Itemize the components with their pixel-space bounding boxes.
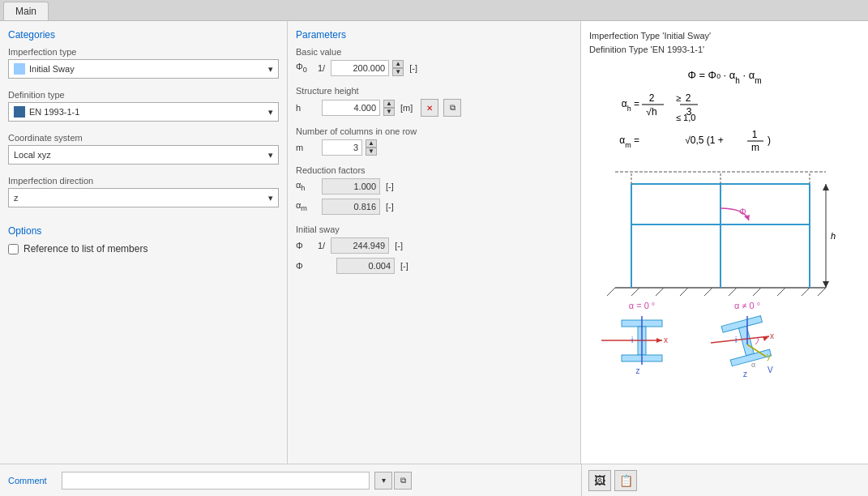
options-section: Options Reference to list of members [8,225,279,254]
imperfection-direction-dropdown[interactable]: z ▾ [8,188,279,207]
basic-value-label: Basic value [296,47,572,57]
basic-value-section: Basic value Φ0 1/ 200.000 ▲ ▼ [-] [296,47,572,76]
structure-height-section: Structure height h 4.000 ▲ ▼ [m] ✕ ⧉ [296,86,572,117]
definition-type-group: Definition type EN 1993-1-1 ▾ [8,90,279,122]
pick-point-btn[interactable]: ✕ [421,99,438,117]
svg-text:z: z [636,366,640,375]
structure-height-label: Structure height [296,86,572,96]
h-row: h 4.000 ▲ ▼ [m] ✕ ⧉ [296,99,572,117]
definition-type-dropdown[interactable]: EN 1993-1-1 ▾ [8,102,279,122]
svg-line-23 [753,288,761,296]
main-layout: Categories Imperfection type Initial Swa… [0,21,868,464]
m-spinners: ▲ ▼ [366,139,377,156]
full-bottom-bar: Comment ▾ ⧉ 🖼 📋 [0,464,868,496]
reference-checkbox-label: Reference to list of members [24,243,148,254]
h-down[interactable]: ▼ [383,108,395,116]
clipboard-btn[interactable]: 📋 [614,470,637,491]
svg-line-24 [777,288,785,296]
definition-type-label: Definition type [8,90,279,100]
svg-text:i: i [631,336,633,344]
beam-diagrams: α = 0 ° x i z [589,301,860,383]
beam-left: α = 0 ° x i z [597,301,686,383]
comment-label: Comment [8,476,57,485]
h-symbol: h [296,103,319,113]
phi0-unit: [-] [409,63,417,73]
svg-line-20 [680,288,688,296]
svg-text:y: y [767,352,771,361]
m-up[interactable]: ▲ [366,139,377,148]
coordinate-system-dropdown[interactable]: Local xyz ▾ [8,145,279,165]
imperfection-type-dropdown[interactable]: Initial Sway ▾ [8,59,279,79]
phi0-up[interactable]: ▲ [392,60,404,68]
reference-checkbox[interactable] [8,244,19,254]
alpha-h-unit: [-] [386,182,394,191]
phi2-symbol: Φ [296,261,312,271]
comment-dropdown-btn[interactable]: ▾ [374,472,392,490]
definition-type-value: EN 1993-1-1 [29,107,268,117]
svg-text:√h: √h [646,106,656,118]
imperfection-direction-label: Imperfection direction [8,176,279,186]
right-panel: Imperfection Type 'Initial Sway' Definit… [581,21,868,464]
initial-sway-label: Initial sway [296,224,572,234]
tab-main[interactable]: Main [3,2,49,20]
svg-text:2: 2 [649,92,655,104]
svg-text:≤ 1,0: ≤ 1,0 [676,113,695,122]
mid-panel: Parameters Basic value Φ0 1/ 200.000 ▲ ▼… [288,21,581,464]
left-panel: Categories Imperfection type Initial Swa… [0,21,288,464]
h-spinners: ▲ ▼ [383,100,395,116]
alpha-m-value: 0.816 [322,199,380,215]
phi0-down[interactable]: ▼ [392,68,404,76]
phi-row: Φ 1/ 244.949 [-] [296,237,572,254]
beam-right-label: α ≠ 0 ° [703,301,792,310]
phi0-symbol: Φ0 [296,62,312,74]
svg-text:h: h [831,231,836,241]
beam-right-svg: x y V i α z [703,312,792,381]
comment-icons: ▾ ⧉ [374,472,412,490]
phi0-spinners: ▲ ▼ [392,60,404,76]
imperfection-type-color [14,63,25,75]
svg-line-54 [711,336,769,343]
h-up[interactable]: ▲ [383,100,395,108]
m-input[interactable]: 3 [322,139,362,156]
imperfection-type-value: Initial Sway [29,64,268,74]
svg-line-22 [729,288,737,296]
right-header: Imperfection Type 'Initial Sway' Definit… [589,29,860,56]
phi-prefix: 1/ [318,241,325,250]
comment-input[interactable] [62,472,370,490]
phi0-prefix: 1/ [318,63,325,73]
svg-line-25 [802,288,810,296]
m-down[interactable]: ▼ [366,148,377,156]
imperfection-type-label: Imperfection type [8,47,279,57]
svg-line-26 [818,288,826,296]
save-image-btn[interactable]: 🖼 [588,470,611,491]
h-input[interactable]: 4.000 [322,100,380,116]
alpha-h-symbol: αh [296,180,319,192]
tab-bar: Main [0,0,868,21]
svg-line-19 [656,288,664,296]
svg-marker-55 [763,336,769,341]
coordinate-system-group: Coordinate system Local xyz ▾ [8,133,279,165]
svg-rect-52 [738,326,754,355]
svg-marker-46 [656,338,662,343]
dropdown-arrow-icon2: ▾ [268,107,273,118]
alpha-m-symbol: αm [296,200,319,212]
right-header-line2: Definition Type 'EN 1993-1-1' [589,43,860,57]
columns-section: Number of columns in one row m 3 ▲ ▼ [296,126,572,156]
svg-text:√0,5 (1 +: √0,5 (1 + [685,135,724,146]
svg-text:): ) [768,135,771,146]
parameters-title: Parameters [296,29,572,41]
beam-left-svg: x i z [597,312,686,377]
phi0-input[interactable]: 200.000 [331,60,389,76]
svg-text:m: m [751,142,759,153]
comment-copy-btn[interactable]: ⧉ [394,472,412,490]
svg-marker-36 [823,184,829,190]
alpha-m-row: αm 0.816 [-] [296,199,572,215]
svg-line-21 [704,288,712,296]
dropdown-arrow-icon3: ▾ [268,150,273,160]
beam-left-label: α = 0 ° [597,301,686,310]
categories-title: Categories [8,29,279,41]
coordinate-system-label: Coordinate system [8,133,279,143]
svg-line-18 [631,288,639,296]
svg-text:x: x [664,336,668,344]
copy-btn[interactable]: ⧉ [443,99,461,117]
